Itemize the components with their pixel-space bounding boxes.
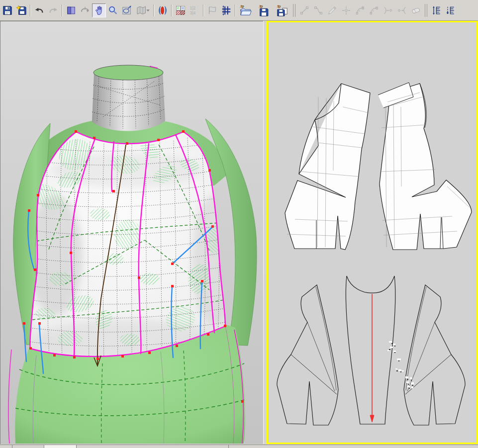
add-point-tool-button[interactable] bbox=[353, 3, 367, 17]
annotation-marks bbox=[387, 341, 414, 389]
toolbar-separator bbox=[171, 4, 172, 16]
main-toolbar: 1|2 3|4 .tp .tp bbox=[0, 0, 478, 21]
3d-scene bbox=[0, 21, 263, 444]
pencil-tool-button[interactable] bbox=[325, 3, 339, 17]
toolbar-group-separator bbox=[293, 4, 295, 17]
split-curve-tool-button[interactable] bbox=[395, 3, 409, 17]
add-point-tool-icon bbox=[355, 5, 366, 16]
pan-button[interactable] bbox=[92, 3, 106, 17]
redo-icon bbox=[48, 5, 59, 16]
zoom-extents-button[interactable] bbox=[120, 3, 134, 17]
measure-seam-icon bbox=[431, 5, 442, 16]
pan-hand-icon bbox=[94, 5, 104, 16]
toolbar-separator bbox=[203, 4, 204, 16]
split-view-button[interactable] bbox=[64, 3, 78, 17]
bottom-tab-bar bbox=[0, 445, 478, 448]
curve-tool-button[interactable] bbox=[311, 3, 325, 17]
toolbar-group-separator bbox=[425, 4, 427, 17]
redo-button[interactable] bbox=[46, 3, 60, 17]
active-view-tab[interactable] bbox=[44, 445, 77, 448]
workspace bbox=[0, 21, 478, 444]
pencil-tool-icon bbox=[327, 5, 338, 16]
save-tp-button[interactable]: .tp bbox=[255, 3, 273, 17]
eraser-tool-icon bbox=[410, 5, 421, 16]
viewport-2d[interactable] bbox=[267, 21, 478, 444]
zoom-extents-icon bbox=[121, 5, 132, 16]
tab-divider bbox=[228, 445, 229, 448]
open-tp-folder-icon: .tp bbox=[239, 4, 254, 16]
svg-text:.tp: .tp bbox=[240, 4, 244, 8]
split-view-icon bbox=[66, 5, 77, 16]
rotate-view-icon bbox=[80, 5, 91, 16]
curve-tool-icon bbox=[313, 5, 324, 16]
zoom-icon bbox=[107, 5, 118, 16]
undo-button[interactable] bbox=[32, 3, 46, 17]
grid-snap-button[interactable] bbox=[219, 3, 233, 17]
texture-lens-icon bbox=[157, 5, 168, 16]
viewport-3d[interactable] bbox=[0, 21, 263, 444]
quad-view-icon: 1|2 3|4 bbox=[189, 5, 200, 16]
svg-text:3|4: 3|4 bbox=[190, 11, 196, 15]
save-new-button[interactable] bbox=[14, 3, 28, 17]
grain-line bbox=[370, 294, 374, 422]
remove-point-tool-button[interactable] bbox=[367, 3, 381, 17]
save-as-tp-icon: .tp bbox=[275, 4, 289, 16]
pattern-piece-upper-left[interactable] bbox=[285, 84, 370, 250]
chevron-down-icon bbox=[146, 9, 149, 11]
texture-book-button[interactable] bbox=[134, 3, 152, 17]
flag-button[interactable] bbox=[205, 3, 219, 17]
svg-text:.tp: .tp bbox=[259, 4, 263, 8]
svg-text:.tp: .tp bbox=[277, 4, 281, 8]
measure-dart-button[interactable] bbox=[443, 3, 457, 17]
toolbar-separator bbox=[153, 4, 154, 16]
quad-view-button[interactable]: 1|2 3|4 bbox=[188, 3, 201, 17]
toolbar-separator bbox=[30, 4, 31, 16]
split-curve-tool-icon bbox=[396, 5, 407, 16]
rotate-view-button[interactable] bbox=[78, 3, 92, 17]
toolbar-separator bbox=[62, 4, 63, 16]
pattern-piece-upper-right[interactable] bbox=[378, 83, 472, 250]
grid-snap-icon bbox=[221, 5, 232, 16]
save-button[interactable] bbox=[0, 3, 14, 17]
tab-divider bbox=[76, 445, 77, 448]
pattern-piece-lower-left[interactable] bbox=[277, 285, 338, 425]
texture-book-icon bbox=[135, 5, 150, 16]
zoom-button[interactable] bbox=[106, 3, 120, 17]
save-new-icon bbox=[16, 5, 27, 16]
save-icon bbox=[2, 5, 13, 16]
undo-icon bbox=[34, 5, 45, 16]
merge-curve-tool-button[interactable] bbox=[381, 3, 395, 17]
pattern-scene bbox=[268, 22, 477, 443]
open-tp-button[interactable]: .tp bbox=[237, 3, 255, 17]
line-tool-icon bbox=[299, 5, 310, 16]
save-tp-icon: .tp bbox=[257, 4, 272, 16]
pattern-piece-lower-right[interactable] bbox=[404, 285, 465, 425]
svg-text:1|2: 1|2 bbox=[190, 6, 196, 10]
point-tool-button[interactable] bbox=[339, 3, 353, 17]
mannequin-neck bbox=[92, 65, 165, 131]
texture-lens-button[interactable] bbox=[156, 3, 170, 17]
eraser-tool-button[interactable] bbox=[409, 3, 423, 17]
save-as-tp-button[interactable]: .tp bbox=[273, 3, 291, 17]
color-map-grid-button[interactable] bbox=[174, 3, 188, 17]
tab-divider bbox=[12, 445, 12, 448]
measure-seam-button[interactable] bbox=[429, 3, 443, 17]
merge-curve-tool-icon bbox=[382, 5, 393, 16]
line-tool-button[interactable] bbox=[297, 3, 311, 17]
toolbar-separator bbox=[235, 4, 236, 16]
color-map-grid-icon bbox=[175, 5, 186, 16]
flag-icon bbox=[207, 5, 218, 16]
point-tool-icon bbox=[341, 5, 352, 16]
measure-dart-icon bbox=[445, 5, 456, 16]
remove-point-tool-icon bbox=[369, 5, 380, 16]
